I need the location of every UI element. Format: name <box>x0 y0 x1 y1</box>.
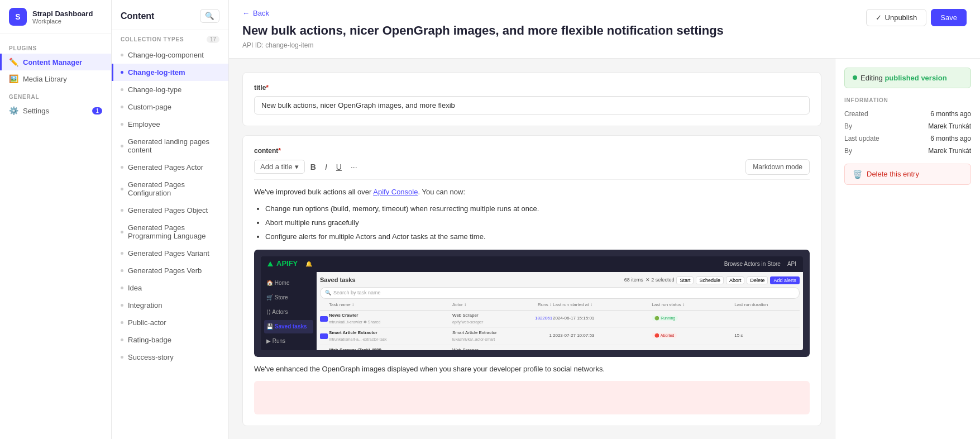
add-title-label: Add a title <box>260 163 293 171</box>
middle-item-label: Generated Pages Variant <box>128 249 209 257</box>
og-text: We've enhanced the OpenGraph images disp… <box>254 364 810 375</box>
app-name: Strapi Dashboard <box>32 9 93 18</box>
editor-intro: We've improved bulk actions all over Api… <box>254 187 810 198</box>
middle-item-generated-pages-programming-language[interactable]: Generated Pages Programming Language <box>112 219 228 245</box>
middle-item-label: Change-log-type <box>128 85 181 94</box>
middle-item-label: Public-actor <box>128 318 166 327</box>
dot-icon <box>121 321 123 324</box>
sidebar-item-content-manager[interactable]: ✏️ Content Manager <box>0 54 111 70</box>
unpublish-button[interactable]: ✓ Unpublish <box>866 9 927 26</box>
middle-item-generated-pages-configuration[interactable]: Generated Pages Configuration <box>112 176 228 202</box>
col-status: Last run status ↕ <box>652 302 733 309</box>
more-options-button[interactable]: ··· <box>347 160 361 174</box>
add-title-button[interactable]: Add a title ▾ <box>254 160 305 174</box>
middle-item-generated-pages-verb[interactable]: Generated Pages Verb <box>112 262 228 279</box>
sidebar-item-media-library[interactable]: 🖼️ Media Library <box>0 70 111 87</box>
dot-icon <box>121 123 123 126</box>
start-button[interactable]: Start <box>676 276 694 284</box>
save-button[interactable]: Save <box>931 9 967 26</box>
dot-icon <box>121 338 123 341</box>
middle-item-generated-pages-object[interactable]: Generated Pages Object <box>112 202 228 219</box>
apify-content-header: Saved tasks 68 items ✕ 2 selected Start … <box>320 275 800 285</box>
back-arrow-icon: ← <box>242 9 250 17</box>
dot-icon <box>121 166 123 169</box>
apify-table-header: Task name ↕ Actor ↕ Runs ↕ Last run star… <box>320 300 800 311</box>
middle-item-integration[interactable]: Integration <box>112 297 228 314</box>
middle-item-employee[interactable]: Employee <box>112 116 228 133</box>
markdown-mode-button[interactable]: Markdown mode <box>745 159 810 175</box>
general-label: General <box>0 87 111 102</box>
row1-date: 2024-06-17 15:15:01 <box>553 315 651 322</box>
middle-item-public-actor[interactable]: Public-actor <box>112 314 228 331</box>
api-label: API <box>787 260 796 269</box>
middle-item-generated-pages-variant[interactable]: Generated Pages Variant <box>112 245 228 262</box>
editor-bullets: Change run options (build, memory, timeo… <box>265 203 810 242</box>
italic-button[interactable]: I <box>322 160 331 174</box>
updated-value: 6 months ago <box>930 135 971 142</box>
title-input[interactable] <box>254 96 810 114</box>
back-link[interactable]: ← Back <box>242 9 724 17</box>
dot-icon <box>121 287 123 289</box>
dot-icon <box>121 88 123 91</box>
middle-item-generated-landing-pages[interactable]: Generated landing pages content <box>112 133 228 159</box>
middle-item-success-story[interactable]: Success-story <box>112 349 228 366</box>
editor-toolbar: Add a title ▾ B I U ··· Markdown mode <box>254 159 810 180</box>
apify-main: 🏠 Home 🛒 Store ⟨⟩ Actors 💾 Saved tasks ▶… <box>261 272 803 350</box>
underline-button[interactable]: U <box>333 160 345 174</box>
editing-label: Editing <box>861 74 883 82</box>
apify-search-bar[interactable]: 🔍 Search by task name <box>320 287 800 298</box>
settings-icon: ⚙️ <box>9 106 18 115</box>
content-required: * <box>278 147 281 155</box>
row1-runs: 1822061 <box>535 315 552 322</box>
middle-list: Change-log-component Change-log-item Cha… <box>112 46 228 439</box>
apify-console-link[interactable]: Apify Console <box>373 188 418 196</box>
middle-item-change-log-item[interactable]: Change-log-item <box>112 64 228 81</box>
created-row: Created 6 months ago <box>844 110 971 118</box>
row1-name: News Crawler mtrunkat/..t-crawler ✱ Shar… <box>329 312 451 326</box>
sidebar-item-settings[interactable]: ⚙️ Settings 1 <box>0 102 111 119</box>
collection-count: 17 <box>207 36 219 43</box>
selected-count: ✕ 2 selected <box>646 276 675 284</box>
bold-button[interactable]: B <box>307 160 319 174</box>
search-icon: 🔍 <box>325 289 331 297</box>
middle-item-change-log-type[interactable]: Change-log-type <box>112 81 228 98</box>
browse-actors-label: Browse Actors in Store <box>724 260 781 269</box>
sidebar: S Strapi Dashboard Workplace Plugins ✏️ … <box>0 0 112 439</box>
collection-types-label: Collection Types <box>121 36 184 42</box>
editor-content-area[interactable]: We've improved bulk actions all over Api… <box>254 187 810 414</box>
table-row: Web Scraper (Task) 4889 mtrunkat/web-scr… <box>320 345 800 350</box>
middle-item-custom-page[interactable]: Custom-page <box>112 98 228 116</box>
dot-icon <box>121 106 123 108</box>
delete-entry-button[interactable]: 🗑️ Delete this entry <box>844 164 971 185</box>
schedule-button[interactable]: Schedule <box>696 276 724 284</box>
row2-date: 2023-07-27 10:07:53 <box>553 332 651 340</box>
plugins-label: Plugins <box>0 39 111 54</box>
delete-tasks-button[interactable]: Delete <box>747 276 768 284</box>
updated-row: Last update 6 months ago <box>844 135 971 142</box>
row2-actor: Smart Article Extractor lukashrivka/..ac… <box>452 330 534 343</box>
editor-area: title* content* Add a title ▾ B <box>229 59 835 439</box>
apify-left-sidebar: 🏠 Home 🛒 Store ⟨⟩ Actors 💾 Saved tasks ▶… <box>261 272 317 350</box>
apify-screenshot: APIFY 🔔 Browse Actors in Store API <box>254 250 810 357</box>
abort-button[interactable]: Abort <box>726 276 745 284</box>
middle-item-label: Generated Pages Object <box>128 206 208 214</box>
search-button[interactable]: 🔍 <box>200 9 219 23</box>
check-icon: ✓ <box>876 13 882 22</box>
bullet-2: Abort multiple runs gracefully <box>265 217 810 229</box>
settings-badge: 1 <box>92 107 102 114</box>
col-actor: Actor ↕ <box>452 302 534 309</box>
row1-status: 🟢 Running <box>652 315 733 322</box>
trash-icon: 🗑️ <box>853 170 862 179</box>
add-alerts-button[interactable]: Add alerts <box>770 276 800 284</box>
middle-item-idea[interactable]: Idea <box>112 279 228 297</box>
middle-item-change-log-component[interactable]: Change-log-component <box>112 46 228 64</box>
middle-item-rating-badge[interactable]: Rating-badge <box>112 331 228 349</box>
main-header: ← Back New bulk actions, nicer OpenGraph… <box>229 0 980 59</box>
info-section-title: Information <box>844 97 971 103</box>
apify-screenshot-container: APIFY 🔔 Browse Actors in Store API <box>254 250 810 357</box>
col-last-started: Last run started at ↕ <box>553 302 651 309</box>
status-text: Editing published version <box>861 74 947 82</box>
items-count: 68 items <box>624 276 643 284</box>
main-header-row: ← Back New bulk actions, nicer OpenGraph… <box>242 9 967 49</box>
middle-item-generated-pages-actor[interactable]: Generated Pages Actor <box>112 159 228 176</box>
